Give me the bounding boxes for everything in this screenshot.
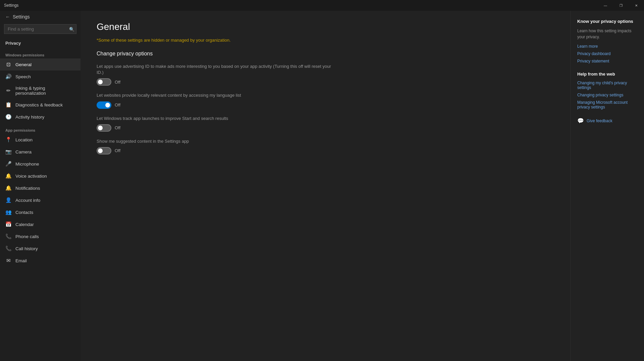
toggle-suggested[interactable] — [97, 147, 111, 154]
toggle-language[interactable] — [97, 101, 111, 109]
sidebar-app-title: Settings — [13, 14, 30, 19]
sidebar-item-location-label: Location — [15, 137, 33, 142]
location-icon: 📍 — [5, 137, 11, 143]
sidebar-search-container: 🔍 — [4, 24, 76, 34]
toggle-advertising-label: Off — [115, 80, 120, 85]
sidebar-item-notifications-label: Notifications — [15, 186, 40, 191]
account-icon: 👤 — [5, 197, 11, 203]
toggle-suggested-thumb — [98, 148, 103, 153]
inking-icon: ✏ — [5, 88, 11, 94]
privacy-dashboard-link[interactable]: Privacy dashboard — [577, 51, 637, 56]
sidebar-item-camera-label: Camera — [15, 149, 32, 154]
feedback-row[interactable]: 💬 Give feedback — [577, 118, 637, 124]
page-title: General — [97, 21, 554, 32]
sidebar-item-calendar-label: Calendar — [15, 222, 34, 227]
childs-privacy-link[interactable]: Changing my child's privacy settings — [577, 81, 637, 90]
toggle-language-row: Off — [97, 101, 554, 109]
sidebar-item-account[interactable]: 👤 Account info — [0, 194, 80, 206]
speech-icon: 🔊 — [5, 74, 11, 80]
sidebar-back-button[interactable]: ← Settings — [0, 11, 80, 23]
titlebar-title: Settings — [4, 3, 18, 8]
app-container: ← Settings 🔍 Privacy Windows permissions… — [0, 11, 644, 361]
toggle-suggested-label: Off — [115, 148, 120, 153]
sidebar-item-speech[interactable]: 🔊 Speech — [0, 71, 80, 83]
sidebar-item-camera[interactable]: 📷 Camera — [0, 146, 80, 158]
toggle-tracking-thumb — [98, 126, 103, 130]
notifications-icon: 🔔 — [5, 185, 11, 191]
sidebar-item-inking[interactable]: ✏ Inking & typing personalization — [0, 83, 80, 99]
sidebar-item-location[interactable]: 📍 Location — [0, 134, 80, 146]
phone-icon: 📞 — [5, 233, 11, 239]
toggle-tracking-label: Off — [115, 125, 120, 130]
toggle-tracking-track — [97, 124, 111, 132]
privacy-statement-link[interactable]: Privacy statement — [577, 59, 637, 63]
sidebar-item-phone[interactable]: 📞 Phone calls — [0, 230, 80, 242]
sidebar-item-email-label: Email — [15, 258, 27, 263]
sidebar-item-diagnostics-label: Diagnostics & feedback — [15, 102, 63, 107]
contacts-icon: 👥 — [5, 209, 11, 215]
right-panel: Know your privacy options Learn how this… — [570, 11, 644, 361]
sidebar-item-speech-label: Speech — [15, 74, 31, 79]
know-privacy-title: Know your privacy options — [577, 19, 637, 24]
setting-language: Let websites provide locally relevant co… — [97, 92, 554, 108]
setting-language-desc: Let websites provide locally relevant co… — [97, 92, 331, 98]
org-notice: *Some of these settings are hidden or ma… — [97, 38, 554, 43]
toggle-advertising-thumb — [98, 80, 103, 84]
help-from-web-section: Help from the web Changing my child's pr… — [577, 72, 637, 109]
setting-advertising-desc: Let apps use advertising ID to make ads … — [97, 63, 331, 76]
sidebar-item-notifications[interactable]: 🔔 Notifications — [0, 182, 80, 194]
back-arrow-icon: ← — [5, 14, 10, 19]
sidebar-item-voice-label: Voice activation — [15, 174, 47, 179]
sidebar-item-microphone-label: Microphone — [15, 162, 39, 167]
toggle-language-thumb — [105, 103, 110, 107]
sidebar-item-account-label: Account info — [15, 198, 40, 203]
restore-button[interactable]: ❐ — [613, 0, 629, 11]
help-web-title: Help from the web — [577, 72, 637, 77]
sidebar-item-voice[interactable]: 🔔 Voice activation — [0, 170, 80, 182]
feedback-icon: 💬 — [577, 118, 584, 124]
setting-tracking-desc: Let Windows track app launches to improv… — [97, 116, 331, 122]
minimize-button[interactable]: — — [598, 0, 613, 11]
setting-advertising: Let apps use advertising ID to make ads … — [97, 63, 554, 86]
sidebar-item-calendar[interactable]: 📅 Calendar — [0, 218, 80, 230]
know-privacy-desc: Learn how this setting impacts your priv… — [577, 28, 637, 40]
setting-tracking: Let Windows track app launches to improv… — [97, 116, 554, 132]
sidebar-item-inking-label: Inking & typing personalization — [15, 86, 75, 96]
sidebar-item-email[interactable]: ✉ Email — [0, 255, 80, 267]
ms-account-link[interactable]: Managing Microsoft account privacy setti… — [577, 100, 637, 109]
toggle-advertising-row: Off — [97, 78, 554, 86]
sidebar-item-activity-label: Activity history — [15, 115, 44, 120]
app-permissions-label: App permissions — [0, 123, 80, 134]
titlebar-controls: — ❐ ✕ — [598, 0, 644, 11]
section-title: Change privacy options — [97, 51, 554, 57]
sidebar-item-contacts-label: Contacts — [15, 210, 33, 215]
sidebar-item-diagnostics[interactable]: 📋 Diagnostics & feedback — [0, 99, 80, 111]
calendar-icon: 📅 — [5, 221, 11, 227]
toggle-tracking[interactable] — [97, 124, 111, 132]
sidebar-item-general[interactable]: ⊡ General — [0, 58, 80, 71]
changing-privacy-link[interactable]: Changing privacy settings — [577, 93, 637, 97]
sidebar: ← Settings 🔍 Privacy Windows permissions… — [0, 11, 80, 361]
sidebar-item-phone-label: Phone calls — [15, 234, 39, 239]
close-button[interactable]: ✕ — [629, 0, 644, 11]
email-icon: ✉ — [5, 258, 11, 264]
voice-icon: 🔔 — [5, 173, 11, 179]
sidebar-item-microphone[interactable]: 🎤 Microphone — [0, 158, 80, 170]
search-input[interactable] — [4, 24, 76, 34]
call-history-icon: 📞 — [5, 245, 11, 252]
toggle-advertising[interactable] — [97, 78, 111, 86]
toggle-suggested-row: Off — [97, 147, 554, 154]
diagnostics-icon: 📋 — [5, 102, 11, 108]
feedback-link[interactable]: Give feedback — [587, 119, 612, 123]
toggle-language-track — [97, 101, 111, 109]
sidebar-item-contacts[interactable]: 👥 Contacts — [0, 206, 80, 218]
general-icon: ⊡ — [5, 61, 11, 67]
sidebar-item-call-history[interactable]: 📞 Call history — [0, 242, 80, 255]
setting-suggested-desc: Show me suggested content in the Setting… — [97, 138, 331, 144]
learn-more-link[interactable]: Learn more — [577, 44, 637, 49]
search-icon-button[interactable]: 🔍 — [69, 27, 74, 32]
sidebar-item-activity[interactable]: 🕐 Activity history — [0, 111, 80, 123]
titlebar: Settings — ❐ ✕ — [0, 0, 644, 11]
sidebar-item-call-history-label: Call history — [15, 246, 38, 251]
main-content: General *Some of these settings are hidd… — [80, 11, 570, 361]
